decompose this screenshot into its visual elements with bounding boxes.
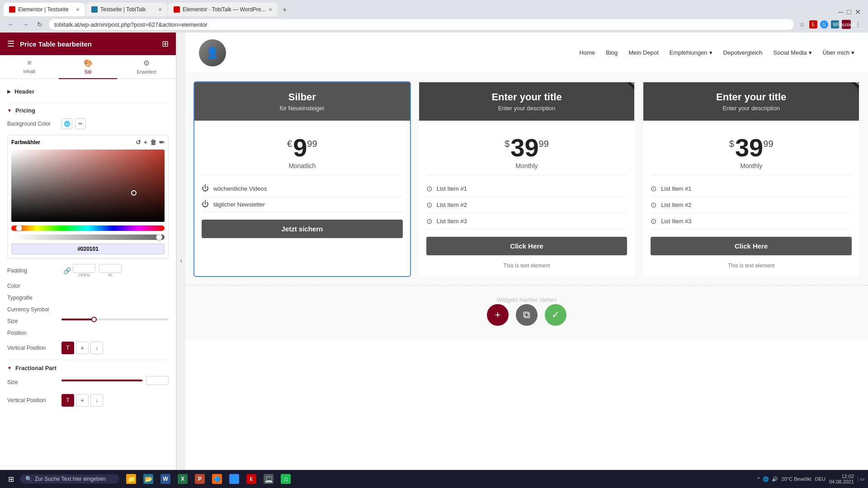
nav-blog[interactable]: Blog (606, 49, 618, 56)
currency-symbol-row: Currency Symbol (7, 306, 169, 313)
position-top-button[interactable]: T (61, 342, 74, 354)
frac-position-mid-btn[interactable]: + (76, 394, 89, 407)
fractional-section[interactable]: ▼ Fractional Part (7, 360, 169, 376)
panel-menu-icon[interactable]: ☰ (7, 39, 14, 49)
right-check-3-icon: ⊙ (651, 217, 656, 225)
taskbar-app-7[interactable]: E (243, 471, 259, 487)
taskbar-file-explorer[interactable]: 📁 (123, 471, 139, 487)
collapse-handle[interactable]: ‹ (176, 33, 185, 488)
maximize-button[interactable]: □ (847, 8, 851, 16)
taskbar-browser[interactable]: 🌐 (226, 471, 242, 487)
silver-feature-2: ⏻ täglicher Newsletter (202, 197, 403, 212)
windows-start-button[interactable]: ⊞ (4, 472, 18, 486)
right-desc: Enter your description (722, 105, 779, 112)
bookmark-icon[interactable]: ☆ (797, 20, 807, 29)
color-reset-icon[interactable]: ↺ (136, 139, 141, 146)
panel-grid-icon[interactable]: ⊞ (162, 39, 169, 49)
browser-tab-3[interactable]: Elementor · TobiTalk — WordPre... ✕ (168, 3, 278, 16)
taskbar-powerpoint[interactable]: P (192, 471, 208, 487)
bottom-add-buttons: + ⧉ ✓ (487, 304, 566, 326)
accept-element-button[interactable]: ✓ (545, 304, 566, 326)
fractional-size-input[interactable] (146, 376, 169, 385)
nav-empfehlungen[interactable]: Empfehlungen ▾ (670, 49, 712, 56)
right-feature-1-text: List Item #1 (661, 185, 691, 192)
silver-cta-button[interactable]: Jetzt sichern (202, 220, 403, 238)
tray-network-icon[interactable]: 🌐 (763, 476, 769, 482)
powerpoint-icon: P (195, 474, 205, 484)
tab-stil[interactable]: 🎨 Stil (59, 55, 118, 79)
forward-button[interactable]: → (20, 19, 31, 30)
nav-ueber-mich[interactable]: Über mich ▾ (823, 49, 854, 56)
header-section[interactable]: ▶ Header (7, 84, 169, 99)
add-element-button[interactable]: + (487, 304, 509, 326)
site-logo: 👤 (199, 39, 226, 66)
middle-check-2-icon: ⊙ (426, 201, 432, 209)
taskbar-app-8[interactable]: 💻 (260, 471, 277, 487)
pricing-section-header[interactable]: ▼ Pricing (7, 102, 169, 118)
right-cta-button[interactable]: Click Here (651, 237, 852, 255)
extension-icon-2[interactable]: G (820, 20, 828, 28)
wp-tab-icon (91, 6, 98, 13)
size-label: Size (7, 318, 61, 324)
global-color-button[interactable]: 🌐 (61, 118, 72, 129)
tab-erweitert[interactable]: ⚙ Erweitert (117, 55, 176, 78)
color-hex-input[interactable] (11, 244, 165, 254)
tab-2-close[interactable]: ✕ (158, 7, 162, 12)
tab-1-label: Elementor | Testseite (18, 6, 69, 13)
padding-top-input[interactable] (73, 264, 95, 273)
tab-3-label: Elementor · TobiTalk — WordPre... (183, 6, 266, 13)
position-middle-button[interactable]: + (76, 342, 89, 354)
taskbar-excel[interactable]: X (175, 471, 191, 487)
tray-volume-icon[interactable]: 🔊 (772, 476, 778, 482)
padding-input-1: OPEN (73, 264, 95, 277)
color-add-icon[interactable]: + (144, 139, 147, 146)
taskbar-search[interactable]: 🔍 Zur Suche Text hier eingeben (20, 474, 119, 483)
color-gradient-box[interactable] (11, 150, 165, 222)
close-window-button[interactable]: ✕ (855, 8, 861, 16)
opacity-slider[interactable] (11, 235, 165, 240)
back-button[interactable]: ← (5, 19, 16, 30)
taskbar-spotify[interactable]: ♫ (278, 471, 294, 487)
frac-position-top-btn[interactable]: T (61, 394, 74, 407)
tab-inhalt[interactable]: ≡ Inhalt (0, 55, 59, 78)
tab-3-close[interactable]: ✕ (269, 7, 272, 12)
tab-1-close[interactable]: ✕ (76, 7, 80, 12)
nav-depotvergleich[interactable]: Depotvergleich (723, 49, 763, 56)
fractional-vertical-label: Vertical Position (7, 397, 61, 404)
padding-right-input[interactable] (99, 264, 122, 273)
silver-desc: für Neueinsteiger (280, 105, 325, 112)
address-bar[interactable]: tobitalk.at/wp-admin/post.php?post=627&a… (49, 19, 794, 30)
minimize-button[interactable]: ─ (838, 8, 843, 16)
position-bottom-button[interactable]: ↓ (90, 342, 103, 354)
extension-icon-1[interactable]: E (809, 20, 817, 28)
profile-button[interactable]: Pausiert (842, 20, 851, 29)
reload-button[interactable]: ↻ (34, 19, 45, 30)
middle-feature-3-text: List Item #3 (437, 218, 467, 225)
more-options-icon[interactable]: ⋮ (854, 20, 863, 29)
frac-position-bot-btn[interactable]: ↓ (90, 394, 103, 407)
browser-tab-2[interactable]: Testseite | TobiTalk ✕ (86, 3, 167, 16)
copy-element-button[interactable]: ⧉ (516, 304, 538, 326)
silver-price-display: € 9 99 (287, 135, 317, 160)
browser-tab-1[interactable]: Elementor | Testseite ✕ (4, 3, 85, 16)
color-delete-icon[interactable]: 🗑 (150, 139, 156, 146)
color-edit-icon[interactable]: ✏ (159, 139, 165, 146)
taskbar-word[interactable]: W (157, 471, 174, 487)
fractional-size-track[interactable] (61, 380, 142, 381)
social-media-dropdown-icon: ▾ (809, 49, 812, 56)
hue-slider[interactable] (11, 225, 165, 231)
nav-mein-depot[interactable]: Mein Depot (628, 49, 658, 56)
tray-up-icon[interactable]: ^ (757, 476, 760, 482)
new-tab-button[interactable]: + (278, 4, 291, 16)
size-row: Size (7, 318, 169, 324)
right-popular-badge-container: POPULAR (827, 82, 859, 114)
nav-social-media[interactable]: Social Media ▾ (773, 49, 811, 56)
nav-home[interactable]: Home (580, 49, 595, 56)
show-desktop-button[interactable]: ▭ (858, 476, 864, 482)
size-slider-track[interactable] (61, 319, 169, 320)
taskbar-folder[interactable]: 📂 (140, 471, 156, 487)
taskbar-app-5[interactable]: 🔷 (209, 471, 225, 487)
padding-link-icon[interactable]: 🔗 (63, 267, 71, 274)
edit-color-button[interactable]: ✏ (75, 118, 86, 129)
middle-cta-button[interactable]: Click Here (426, 237, 627, 255)
